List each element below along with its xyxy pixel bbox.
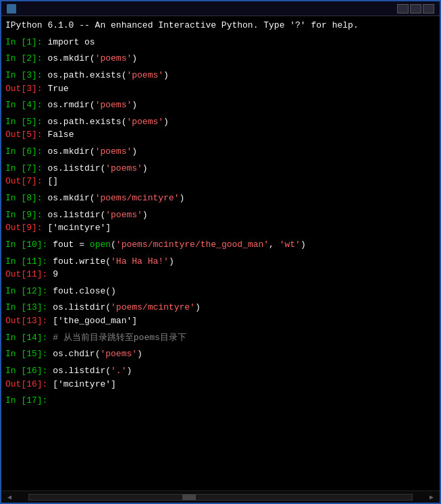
maximize-button[interactable] [410, 4, 421, 13]
cursor-line[interactable]: In [17]: [5, 394, 436, 408]
input-line: In [1]: import os [5, 36, 436, 49]
output-line: Out[13]: ['the_good_man'] [5, 314, 436, 328]
input-line: In [2]: os.mkdir('poems') [5, 52, 436, 65]
input-line: In [11]: fout.write('Ha Ha Ha!') [5, 255, 436, 269]
input-line: In [13]: os.listdir('poems/mcintyre') [5, 301, 436, 314]
output-line: Out[9]: ['mcintyre'] [5, 221, 436, 235]
input-line: In [9]: os.listdir('poems') [5, 208, 436, 222]
scroll-left-arrow[interactable]: ◀ [4, 493, 15, 501]
input-line: In [14]: # 从当前目录跳转至poems目录下 [5, 331, 436, 345]
input-line: In [12]: fout.close() [5, 285, 436, 298]
horizontal-scrollbar[interactable]: ◀ ▶ [1, 491, 440, 503]
input-line: In [10]: fout = open('poems/mcintyre/the… [5, 238, 436, 252]
input-line: In [16]: os.listdir('.') [5, 364, 436, 378]
input-line: In [8]: os.mkdir('poems/mcintyre') [5, 192, 436, 205]
input-line: In [15]: os.chdir('poems') [5, 347, 436, 361]
input-line: In [5]: os.path.exists('poems') [5, 115, 436, 129]
output-line: Out[3]: True [5, 82, 436, 96]
scrollbar-thumb-h[interactable] [182, 495, 196, 500]
output-line: Out[16]: ['mcintyre'] [5, 378, 436, 391]
output-line: Out[11]: 9 [5, 268, 436, 281]
scroll-right-arrow[interactable]: ▶ [426, 493, 437, 501]
close-button[interactable] [423, 4, 434, 13]
input-line: In [6]: os.mkdir('poems') [5, 145, 436, 159]
minimize-button[interactable] [397, 4, 409, 13]
input-line: In [7]: os.listdir('poems') [5, 162, 436, 175]
terminal-window: IPython 6.1.0 -- An enhanced Interactive… [0, 0, 441, 504]
input-line: In [3]: os.path.exists('poems') [5, 69, 436, 82]
scrollbar-track-h[interactable] [28, 494, 413, 501]
output-line: Out[7]: [] [5, 175, 436, 188]
input-line: In [4]: os.rmdir('poems') [5, 99, 436, 112]
title-bar [1, 1, 440, 16]
terminal-body[interactable]: IPython 6.1.0 -- An enhanced Interactive… [1, 16, 440, 491]
window-controls [397, 4, 434, 13]
output-line: Out[5]: False [5, 128, 436, 142]
app-icon [7, 4, 16, 13]
banner-line: IPython 6.1.0 -- An enhanced Interactive… [5, 19, 436, 32]
